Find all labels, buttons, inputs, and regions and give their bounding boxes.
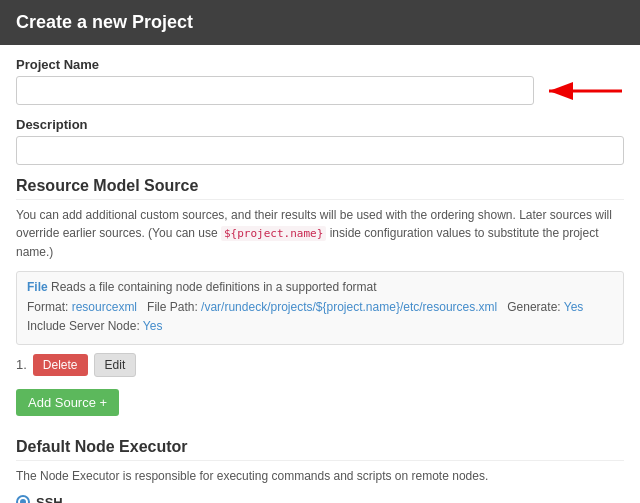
description-group: Description rundeck test <box>16 117 624 165</box>
page-header: Create a new Project <box>0 0 640 45</box>
resource-model-section: Resource Model Source You can add additi… <box>16 177 624 430</box>
node-executor-title: Default Node Executor <box>16 438 624 461</box>
format-label: Format: <box>27 300 68 314</box>
resource-model-title: Resource Model Source <box>16 177 624 200</box>
add-source-button[interactable]: Add Source + <box>16 389 119 416</box>
arrow-left-icon <box>544 80 624 102</box>
project-name-input[interactable]: rundeck-test <box>16 76 534 105</box>
delete-button[interactable]: Delete <box>33 354 88 376</box>
project-name-code: ${project.name} <box>221 226 326 241</box>
resource-model-desc: You can add additional custom sources, a… <box>16 206 624 261</box>
page-container: Create a new Project Project Name rundec… <box>0 0 640 503</box>
format-value[interactable]: resourcexml <box>72 300 137 314</box>
filepath-label: File Path: <box>147 300 198 314</box>
include-server-node-label: Include Server Node: <box>27 319 140 333</box>
project-name-label: Project Name <box>16 57 624 72</box>
page-content: Project Name rundeck-test Description ru… <box>0 45 640 503</box>
resource-item-number: 1. <box>16 357 27 372</box>
page-title: Create a new Project <box>16 12 624 33</box>
edit-button[interactable]: Edit <box>94 353 137 377</box>
generate-label: Generate: <box>507 300 560 314</box>
resource-file-box: File Reads a file containing node defini… <box>16 271 624 345</box>
file-link[interactable]: File <box>27 280 48 294</box>
node-executor-desc: The Node Executor is responsible for exe… <box>16 467 624 485</box>
include-value[interactable]: Yes <box>143 319 163 333</box>
description-input[interactable]: rundeck test <box>16 136 624 165</box>
generate-value[interactable]: Yes <box>564 300 584 314</box>
resource-item-row: 1. Delete Edit <box>16 353 624 377</box>
filepath-value[interactable]: /var/rundeck/projects/${project.name}/et… <box>201 300 497 314</box>
ssh-radio-group: SSH <box>16 495 624 503</box>
node-executor-section: Default Node Executor The Node Executor … <box>16 438 624 503</box>
ssh-radio[interactable] <box>16 495 30 503</box>
ssh-label: SSH <box>36 495 63 503</box>
file-desc: Reads a file containing node definitions… <box>51 280 377 294</box>
add-source-row: Add Source + <box>16 389 624 430</box>
description-label: Description <box>16 117 624 132</box>
resource-detail: Format: resourcexml File Path: /var/rund… <box>27 298 613 336</box>
resource-header: File Reads a file containing node defini… <box>27 280 613 294</box>
project-name-group: Project Name rundeck-test <box>16 57 624 105</box>
